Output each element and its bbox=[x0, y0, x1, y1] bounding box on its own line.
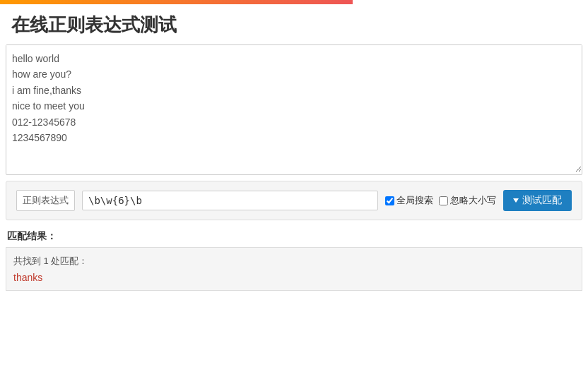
global-search-checkbox[interactable] bbox=[385, 196, 394, 205]
chevron-down-icon bbox=[513, 198, 519, 203]
result-count: 共找到 1 处匹配： bbox=[13, 255, 575, 268]
result-body: 共找到 1 处匹配： thanks bbox=[6, 248, 582, 291]
result-header: 匹配结果： bbox=[6, 226, 582, 248]
result-matches: thanks bbox=[13, 272, 575, 283]
ignore-case-label[interactable]: 忽略大小写 bbox=[439, 194, 496, 207]
page-title: 在线正则表达式测试 bbox=[0, 4, 588, 44]
control-section: 正则表达式 全局搜索 忽略大小写 测试匹配 bbox=[6, 181, 582, 220]
global-search-label[interactable]: 全局搜索 bbox=[385, 194, 433, 207]
test-button-label: 测试匹配 bbox=[522, 194, 562, 207]
textarea-section: hello world how are you? i am fine,thank… bbox=[6, 44, 582, 175]
test-input[interactable]: hello world how are you? i am fine,thank… bbox=[6, 45, 582, 172]
regex-input[interactable] bbox=[82, 191, 378, 210]
regex-label: 正则表达式 bbox=[16, 190, 75, 211]
test-button[interactable]: 测试匹配 bbox=[503, 190, 572, 211]
result-section: 匹配结果： 共找到 1 处匹配： thanks bbox=[6, 226, 582, 291]
ignore-case-text: 忽略大小写 bbox=[450, 194, 496, 207]
global-search-text: 全局搜索 bbox=[396, 194, 433, 207]
checkbox-group: 全局搜索 忽略大小写 bbox=[385, 194, 496, 207]
ignore-case-checkbox[interactable] bbox=[439, 196, 448, 205]
